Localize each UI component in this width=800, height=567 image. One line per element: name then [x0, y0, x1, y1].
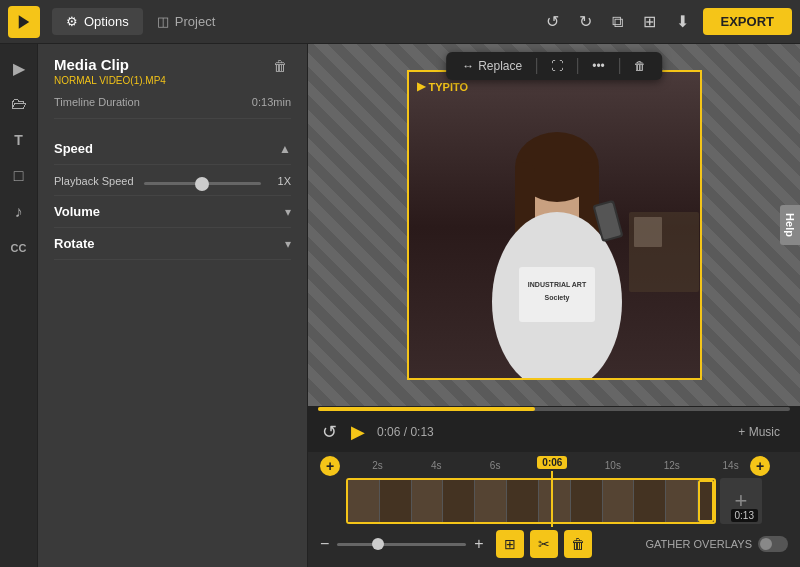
- clip-thumb-5: [475, 480, 507, 522]
- replace-button[interactable]: ↔ Replace: [456, 57, 528, 75]
- app-logo: [8, 6, 40, 38]
- clip-delete-button[interactable]: 🗑: [269, 56, 291, 76]
- project-icon: ◫: [157, 14, 169, 29]
- clip-thumb-12: [698, 480, 714, 522]
- playback-speed-slider-wrapper: [144, 175, 262, 187]
- speed-row: Playback Speed 1X: [54, 175, 291, 187]
- undo-button[interactable]: ↺: [540, 8, 565, 35]
- volume-section-header[interactable]: Volume ▾: [54, 196, 291, 228]
- timeline-actions: ⊞ ✂ 🗑: [496, 530, 592, 558]
- export-button[interactable]: EXPORT: [703, 8, 792, 35]
- clip-strip: [346, 478, 716, 524]
- sidebar-item-shapes[interactable]: □: [3, 160, 35, 192]
- timeline-playhead: 0:06: [537, 456, 567, 527]
- ruler-mark-4s: 4s: [407, 460, 466, 471]
- playhead-line: [551, 471, 553, 527]
- ruler-mark-2s: 2s: [348, 460, 407, 471]
- music-button[interactable]: + Music: [730, 421, 788, 443]
- clip-thumb-4: [443, 480, 475, 522]
- svg-rect-14: [634, 217, 662, 247]
- ruler-mark-10s: 10s: [583, 460, 642, 471]
- sidebar-item-text[interactable]: T: [3, 124, 35, 156]
- replay-button[interactable]: ↺: [320, 419, 339, 445]
- rotate-chevron-icon: ▾: [285, 237, 291, 251]
- media-clip-title: Media Clip: [54, 56, 166, 73]
- playback-speed-slider[interactable]: [144, 182, 262, 185]
- volume-chevron-icon: ▾: [285, 205, 291, 219]
- float-delete-button[interactable]: 🗑: [628, 57, 652, 75]
- svg-text:Society: Society: [544, 294, 569, 302]
- duration-row: Timeline Duration 0:13min: [54, 96, 291, 119]
- clip-thumb-8: [571, 480, 603, 522]
- media-clip-header: Media Clip NORMAL VIDEO(1).MP4 🗑: [54, 56, 291, 86]
- duration-label: Timeline Duration: [54, 96, 140, 108]
- clip-thumb-9: [603, 480, 635, 522]
- canvas-area: INDUSTRIAL ART Society ▶ TYPI: [308, 44, 800, 406]
- toolbar-separator3: [619, 58, 620, 74]
- canvas-bg: INDUSTRIAL ART Society ▶ TYPI: [308, 44, 800, 406]
- ruler-mark-6s: 6s: [466, 460, 525, 471]
- speed-title: Speed: [54, 141, 93, 156]
- sidebar-icons: ▶ 🗁 T □ ♪ CC: [0, 44, 38, 567]
- total-time: 0:13: [410, 425, 433, 439]
- toolbar-actions: ↺ ↻ ⧉ ⊞ ⬇ EXPORT: [540, 8, 792, 35]
- sidebar-item-video[interactable]: ▶: [3, 52, 35, 84]
- clip-thumb-11: [666, 480, 698, 522]
- progress-fill: [318, 407, 535, 411]
- help-button[interactable]: Help: [780, 205, 800, 245]
- toolbar-separator: [536, 58, 537, 74]
- zoom-out-button[interactable]: −: [320, 535, 329, 553]
- zoom-slider[interactable]: [337, 543, 466, 546]
- copy-button[interactable]: ⊞: [637, 8, 662, 35]
- typito-text: TYPITO: [429, 81, 469, 93]
- speed-chevron-icon: ▲: [279, 142, 291, 156]
- playback-speed-value: 1X: [271, 175, 291, 187]
- video-content: INDUSTRIAL ART Society ▶ TYPI: [409, 72, 700, 378]
- playback-controls: ↺ ▶ 0:06 / 0:13 + Music: [308, 412, 800, 452]
- sidebar-item-music[interactable]: ♪: [3, 196, 35, 228]
- gather-overlays-row: GATHER OVERLAYS: [645, 536, 788, 552]
- sidebar-item-media[interactable]: 🗁: [3, 88, 35, 120]
- download-icon-button[interactable]: ⬇: [670, 8, 695, 35]
- duplicate-button[interactable]: ⧉: [606, 9, 629, 35]
- playback-speed-label: Playback Speed: [54, 175, 134, 187]
- options-panel: Media Clip NORMAL VIDEO(1).MP4 🗑 Timelin…: [38, 44, 308, 567]
- duration-value: 0:13min: [252, 96, 291, 108]
- svg-text:INDUSTRIAL ART: INDUSTRIAL ART: [527, 281, 586, 288]
- timeline-add-left-button[interactable]: +: [320, 456, 340, 476]
- redo-button[interactable]: ↻: [573, 8, 598, 35]
- toggle-knob: [760, 538, 772, 550]
- timeline-add-right-button[interactable]: +: [750, 456, 770, 476]
- clip-thumb-10: [634, 480, 666, 522]
- floating-toolbar: ↔ Replace ⛶ ••• 🗑: [446, 52, 662, 80]
- progress-track: [318, 407, 790, 411]
- clip-thumb-2: [380, 480, 412, 522]
- rotate-section-header[interactable]: Rotate ▾: [54, 228, 291, 260]
- speed-section-header[interactable]: Speed ▲: [54, 133, 291, 165]
- clip-thumb-1: [348, 480, 380, 522]
- gather-overlays-label: GATHER OVERLAYS: [645, 538, 752, 550]
- cut-button[interactable]: ✂: [530, 530, 558, 558]
- clip-thumb-6: [507, 480, 539, 522]
- svg-marker-0: [19, 15, 30, 29]
- sidebar-item-captions[interactable]: CC: [3, 232, 35, 264]
- video-frame: INDUSTRIAL ART Society ▶ TYPI: [407, 70, 702, 380]
- progress-area: [308, 406, 800, 412]
- toolbar-separator2: [577, 58, 578, 74]
- play-button[interactable]: ▶: [349, 419, 367, 445]
- tab-project[interactable]: ◫ Project: [143, 8, 229, 35]
- more-options-button[interactable]: •••: [586, 57, 611, 75]
- ruler-mark-12s: 12s: [642, 460, 701, 471]
- timeline-area: + 2s 4s 6s 8s 10s 12s + 14s: [308, 452, 800, 567]
- right-area: INDUSTRIAL ART Society ▶ TYPI: [308, 44, 800, 567]
- volume-title: Volume: [54, 204, 100, 219]
- replace-icon: ↔: [462, 59, 474, 73]
- zoom-in-button[interactable]: +: [474, 535, 483, 553]
- current-time: 0:06: [377, 425, 400, 439]
- gather-overlays-toggle[interactable]: [758, 536, 788, 552]
- split-button[interactable]: ⊞: [496, 530, 524, 558]
- tab-options[interactable]: ⚙ Options: [52, 8, 143, 35]
- crop-button[interactable]: ⛶: [545, 57, 569, 75]
- clip-delete-timeline-button[interactable]: 🗑: [564, 530, 592, 558]
- clip-thumb-3: [412, 480, 444, 522]
